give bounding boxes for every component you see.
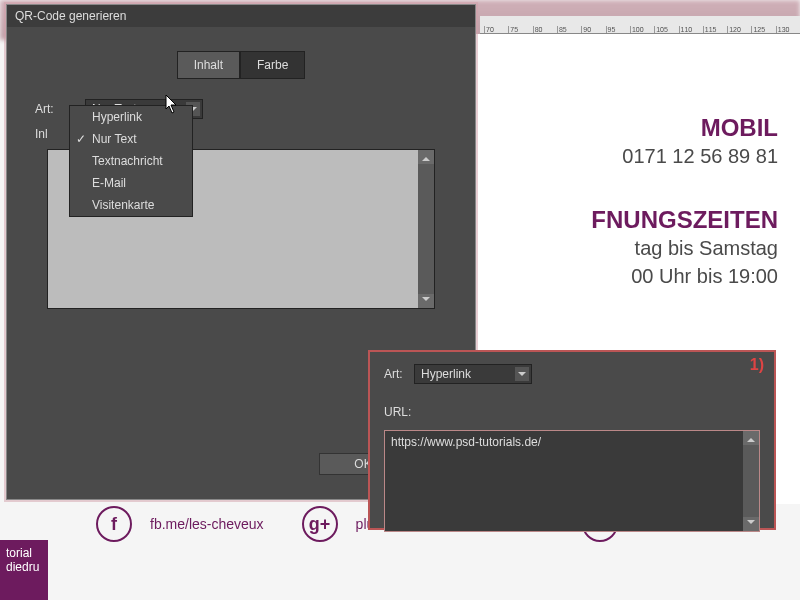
dialog-title: QR-Code generieren xyxy=(7,5,475,27)
dropdown-item-textnachricht[interactable]: Textnachricht xyxy=(70,150,192,172)
facebook-icon: f xyxy=(96,506,132,542)
url-textarea[interactable]: https://www.psd-tutorials.de/ xyxy=(384,430,760,532)
tab-bar: Inhalt Farbe xyxy=(23,51,459,79)
art-dropdown[interactable]: Hyperlink Nur Text Textnachricht E-Mail … xyxy=(69,105,193,217)
cursor-icon xyxy=(165,95,179,115)
scroll-up-icon[interactable] xyxy=(743,431,759,445)
dropdown-item-visitenkarte[interactable]: Visitenkarte xyxy=(70,194,192,216)
url-label: URL: xyxy=(384,405,411,419)
opening-line2: 00 Uhr bis 19:00 xyxy=(468,262,800,290)
art-label-2: Art: xyxy=(384,367,414,381)
sidebar-stub: torial diedru xyxy=(0,540,48,600)
mobil-heading: MOBIL xyxy=(468,114,800,142)
qr-dialog-hyperlink: 1) Art: Hyperlink URL: https://www.psd-t… xyxy=(368,350,776,530)
tab-farbe[interactable]: Farbe xyxy=(240,51,305,79)
dropdown-item-email[interactable]: E-Mail xyxy=(70,172,192,194)
facebook-label: fb.me/les-cheveux xyxy=(150,516,264,532)
art-combo-2[interactable]: Hyperlink xyxy=(414,364,532,384)
scrollbar[interactable] xyxy=(743,431,759,531)
scroll-down-icon[interactable] xyxy=(418,294,434,308)
googleplus-icon: g+ xyxy=(302,506,338,542)
opening-line1: tag bis Samstag xyxy=(468,234,800,262)
url-value: https://www.psd-tutorials.de/ xyxy=(391,435,541,449)
tab-inhalt[interactable]: Inhalt xyxy=(177,51,240,79)
dropdown-item-nur-text[interactable]: Nur Text xyxy=(70,128,192,150)
art-combo-2-value: Hyperlink xyxy=(421,367,471,381)
scrollbar[interactable] xyxy=(418,150,434,308)
annotation-label: 1) xyxy=(750,356,764,374)
scroll-up-icon[interactable] xyxy=(418,150,434,164)
mobil-value: 0171 12 56 89 81 xyxy=(468,142,800,170)
ruler: 707580 859095 100105110 115120125 130 xyxy=(480,16,800,34)
opening-heading: FNUNGSZEITEN xyxy=(468,206,800,234)
scroll-down-icon[interactable] xyxy=(743,517,759,531)
chevron-down-icon[interactable] xyxy=(515,367,529,381)
